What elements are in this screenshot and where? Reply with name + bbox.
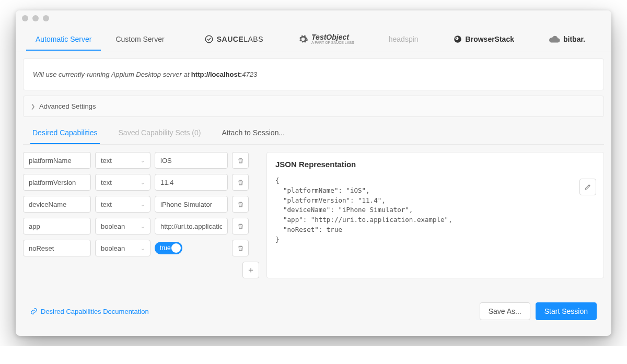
advanced-settings-toggle[interactable]: ❯ Advanced Settings	[23, 96, 604, 117]
browserstack-icon	[453, 34, 462, 44]
edit-json-button[interactable]	[579, 179, 596, 195]
delete-cap-button[interactable]	[232, 152, 249, 169]
info-host: http://localhost:	[191, 71, 242, 78]
add-cap-button[interactable]: ＋	[242, 262, 259, 278]
tab-browserstack[interactable]: BrowserStack	[444, 27, 524, 51]
trash-icon	[237, 179, 244, 186]
plus-icon: ＋	[247, 265, 255, 276]
link-icon	[30, 308, 38, 315]
chevron-down-icon: ⌄	[141, 224, 145, 229]
pencil-icon	[584, 183, 591, 191]
start-session-button[interactable]: Start Session	[536, 302, 597, 320]
advanced-label: Advanced Settings	[39, 102, 96, 110]
capabilities-editor: text⌄ text⌄ text⌄	[23, 152, 259, 278]
server-info-box: Will use currently-running Appium Deskto…	[23, 58, 604, 90]
cap-row: boolean⌄ true	[23, 240, 259, 256]
cap-type-select[interactable]: text⌄	[95, 152, 150, 169]
svg-point-3	[456, 37, 457, 38]
capability-tabs: Desired Capabilities Saved Capability Se…	[23, 122, 604, 145]
server-tabs: Automatic Server Custom Server SAUCELABS…	[16, 26, 611, 52]
saucelabs-icon	[204, 34, 214, 44]
cap-value-input[interactable]	[155, 196, 228, 213]
info-port: 4723	[242, 71, 257, 78]
gear-icon	[298, 34, 308, 44]
tab-saved-sets[interactable]: Saved Capability Sets (0)	[117, 122, 203, 144]
browserstack-label: BrowserStack	[466, 35, 514, 43]
tab-desired-capabilities[interactable]: Desired Capabilities	[30, 122, 100, 144]
tab-automatic-server[interactable]: Automatic Server	[26, 28, 101, 51]
app-window: Automatic Server Custom Server SAUCELABS…	[16, 10, 611, 336]
trash-icon	[237, 201, 244, 208]
json-body: { "platformName": "iOS", "platformVersio…	[275, 176, 595, 244]
tab-custom-server[interactable]: Custom Server	[106, 28, 173, 51]
trash-icon	[237, 245, 244, 252]
svg-point-0	[205, 36, 213, 43]
docs-link[interactable]: Desired Capabilities Documentation	[30, 308, 149, 315]
cap-name-input[interactable]	[23, 218, 91, 234]
testobject-label: TestObject	[311, 33, 354, 41]
delete-cap-button[interactable]	[232, 196, 249, 213]
cap-type-label: boolean	[101, 222, 125, 230]
chevron-down-icon: ⌄	[141, 245, 145, 251]
tab-attach-session[interactable]: Attach to Session...	[219, 122, 287, 144]
delete-cap-button[interactable]	[232, 174, 249, 191]
cap-type-label: text	[101, 179, 112, 186]
titlebar	[16, 10, 611, 26]
cap-value-input[interactable]	[155, 174, 228, 191]
bitbar-label: bitbar.	[563, 35, 585, 43]
cap-type-label: text	[101, 201, 112, 208]
cloud-icon	[549, 35, 560, 43]
cap-name-input[interactable]	[23, 152, 91, 169]
cap-name-input[interactable]	[23, 174, 91, 191]
info-prefix: Will use currently-running Appium Deskto…	[33, 71, 191, 78]
tab-saucelabs[interactable]: SAUCELABS	[195, 27, 273, 51]
cap-name-input[interactable]	[23, 196, 91, 213]
json-title: JSON Representation	[275, 160, 595, 169]
cap-value-input[interactable]	[155, 152, 228, 169]
testobject-sub: A PART OF SAUCE LABS	[311, 41, 354, 44]
tab-bitbar[interactable]: bitbar.	[539, 28, 595, 51]
tab-headspin[interactable]: headspin	[379, 28, 428, 51]
zoom-icon[interactable]	[43, 15, 49, 21]
cap-type-label: text	[101, 157, 112, 165]
delete-cap-button[interactable]	[232, 218, 249, 234]
cap-value-toggle[interactable]: true	[155, 242, 182, 254]
minimize-icon[interactable]	[32, 15, 39, 21]
cap-row: text⌄	[23, 196, 259, 213]
close-icon[interactable]	[22, 15, 28, 21]
delete-cap-button[interactable]	[232, 240, 249, 256]
save-as-button[interactable]: Save As...	[480, 302, 530, 320]
cap-type-label: boolean	[101, 244, 125, 252]
cap-row: text⌄	[23, 152, 259, 169]
cap-type-select[interactable]: boolean⌄	[95, 240, 150, 256]
trash-icon	[237, 223, 244, 230]
trash-icon	[237, 157, 244, 164]
chevron-down-icon: ⌄	[141, 180, 145, 185]
cap-row: boolean⌄	[23, 218, 259, 234]
chevron-down-icon: ⌄	[141, 158, 145, 163]
cap-name-input[interactable]	[23, 240, 91, 256]
cap-value-input[interactable]	[155, 218, 228, 234]
cap-type-select[interactable]: text⌄	[95, 174, 150, 191]
cap-type-select[interactable]: boolean⌄	[95, 218, 150, 234]
json-panel: JSON Representation { "platformName": "i…	[266, 152, 604, 278]
cap-row: text⌄	[23, 174, 259, 191]
docs-link-label: Desired Capabilities Documentation	[41, 308, 149, 315]
tab-testobject[interactable]: TestObject A PART OF SAUCE LABS	[288, 26, 364, 52]
chevron-down-icon: ⌄	[141, 202, 145, 207]
chevron-right-icon: ❯	[31, 103, 35, 109]
cap-type-select[interactable]: text⌄	[95, 196, 150, 213]
